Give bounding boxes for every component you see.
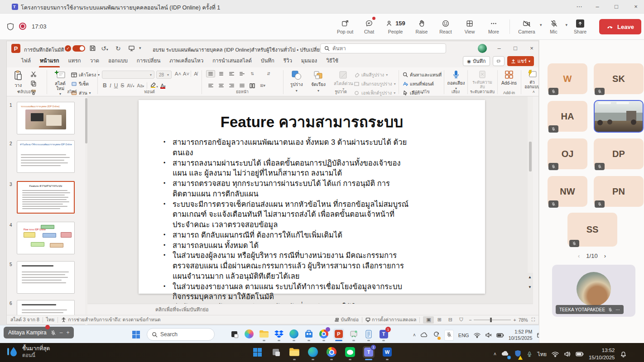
tab-review[interactable]: รีวิว <box>279 54 297 67</box>
featured-participant-tile[interactable]: TEEKA YOTAPAKDEE ⋯ <box>552 265 635 317</box>
volume-muted-icon[interactable] <box>485 332 492 338</box>
weather-widget[interactable]: ชื้นมากที่สุด ตอนนี้ <box>6 345 50 359</box>
underline-button[interactable]: U <box>114 82 118 89</box>
windows-start-icon[interactable] <box>132 331 140 338</box>
designer-button[interactable]: ตัวออกแบบ <box>523 70 541 90</box>
tab-slideshow[interactable]: การนำเสนอสไลด์ <box>208 54 256 67</box>
bullets-button[interactable] <box>206 70 215 77</box>
tray-chevron-icon[interactable]: ˄ <box>494 352 496 357</box>
ppt-minimize-icon[interactable]: – <box>491 45 507 52</box>
tray-clock[interactable]: 1:52 PM 10/15/2025 <box>509 329 533 341</box>
char-spacing-button[interactable]: AV▾ <box>127 83 134 88</box>
slide-number-indicator[interactable]: สไลด์ 3 จาก 8 <box>10 316 39 324</box>
window-maximize-icon[interactable]: □ <box>609 3 624 10</box>
windows-start-icon[interactable] <box>251 346 263 358</box>
chat-button[interactable]: Chat <box>357 15 381 38</box>
clear-formatting-button[interactable]: A̸ <box>192 71 199 76</box>
highlight-button[interactable]: ▾ <box>150 82 158 89</box>
popout-button[interactable]: Pop out <box>333 15 357 38</box>
align-left-button[interactable] <box>206 82 215 89</box>
wifi-icon[interactable] <box>474 333 481 338</box>
notes-bar[interactable]: คลิกเพื่อที่จะเพิ่มบันทึกย่อ <box>87 304 533 315</box>
line-spacing-button[interactable]: ⇅ <box>248 70 257 77</box>
store-icon[interactable] <box>303 329 314 339</box>
tray-mic-icon[interactable] <box>526 351 533 357</box>
record-presentation-button[interactable]: ◉ บันทึก <box>463 56 490 66</box>
slide-scrollbar[interactable] <box>528 96 533 273</box>
tray-mic-muted-icon[interactable] <box>444 330 454 341</box>
edge-icon[interactable] <box>307 346 319 358</box>
dropbox-icon[interactable] <box>274 329 284 339</box>
reading-view-button[interactable]: ⊟ <box>445 316 456 324</box>
edge-icon[interactable] <box>288 329 299 339</box>
ppt-share-button[interactable]: แชร์ ▾ <box>507 56 534 66</box>
presenter-overlay[interactable]: Atitaya Kampira – + <box>4 327 74 338</box>
replace-fonts-button[interactable]: แทนที่ฟอนต์ <box>403 80 442 87</box>
raise-hand-button[interactable]: Raise <box>410 15 433 38</box>
decrease-indent-button[interactable] <box>227 70 236 77</box>
snipping-tool-icon[interactable] <box>348 329 359 339</box>
change-case-button[interactable]: Aa▾ <box>137 83 144 88</box>
tray-clock[interactable]: 13:52 15/10/2025 <box>589 347 615 361</box>
task-view-icon[interactable] <box>270 346 282 358</box>
save-icon[interactable] <box>89 45 96 52</box>
featured-more-icon[interactable]: ⋯ <box>615 307 620 312</box>
tab-insert[interactable]: แทรก <box>63 54 85 67</box>
taskbar-search-box[interactable]: Search <box>147 328 215 341</box>
cut-icon[interactable] <box>30 71 37 77</box>
notes-toggle[interactable]: บันทึกย่อ <box>341 316 359 324</box>
copy-icon[interactable] <box>30 80 37 86</box>
battery-icon[interactable] <box>576 352 584 357</box>
camera-button[interactable]: Camera <box>514 15 539 38</box>
onedrive-icon[interactable]: i <box>501 350 509 358</box>
onedrive-icon[interactable] <box>420 332 428 338</box>
window-close-icon[interactable]: × <box>628 3 644 10</box>
align-center-button[interactable] <box>216 82 226 89</box>
mic-chevron-icon[interactable]: ▾ <box>566 23 568 27</box>
autosave-toggle[interactable]: ✓ <box>65 45 85 52</box>
shape-fill-button[interactable]: เติมสีรูปร่าง▾ <box>354 71 396 78</box>
redo-icon[interactable]: ↻ <box>115 45 121 52</box>
display-settings[interactable]: การตั้งค่าการแสดงผล <box>372 316 416 324</box>
tab-animations[interactable]: ภาพเคลื่อนไหว <box>165 54 208 67</box>
language-indicator[interactable]: ENG <box>458 333 469 338</box>
powerpoint-taskbar-icon[interactable]: P <box>333 329 344 339</box>
slide-thumbnail-3-selected[interactable]: Feature ความสามารถระบบ <box>17 181 75 214</box>
italic-button[interactable]: I <box>110 82 111 89</box>
file-explorer-icon[interactable] <box>288 346 300 358</box>
font-name-combobox[interactable]: ▾ <box>102 71 154 79</box>
ppt-restore-icon[interactable]: □ <box>508 45 523 52</box>
share-screen-button[interactable]: Share <box>568 15 592 38</box>
camera-chevron-icon[interactable]: ▾ <box>540 23 542 27</box>
sensitivity-button[interactable]: ระดับความลับ <box>471 70 494 90</box>
previous-slide-button[interactable]: ▲ <box>527 275 533 280</box>
overlay-minimize-icon[interactable]: – <box>60 329 63 336</box>
window-minimize-icon[interactable]: – <box>590 3 605 10</box>
ppt-close-icon[interactable]: × <box>524 45 539 52</box>
line-app-icon[interactable] <box>344 346 356 358</box>
more-button[interactable]: More <box>482 15 505 38</box>
qat-customize-icon[interactable]: ▾ <box>139 46 141 50</box>
layout-button[interactable]: เค้าโครง▾ <box>71 71 100 78</box>
slide-sorter-view-button[interactable]: ⊞ <box>434 316 445 324</box>
view-button[interactable]: View <box>458 15 481 38</box>
mic-button[interactable]: Mic <box>543 15 565 38</box>
people-button[interactable]: 159 People <box>381 15 409 38</box>
columns-button[interactable] <box>248 82 257 89</box>
shrink-font-button[interactable]: A˅ <box>183 71 190 76</box>
undo-icon[interactable]: ↺▾ <box>101 45 108 52</box>
normal-view-button[interactable]: ▣ <box>423 316 434 324</box>
language-indicator[interactable]: ไทย <box>538 350 547 358</box>
participant-video-tile[interactable] <box>594 100 644 133</box>
slide-thumbnail-2[interactable]: ทำไมต้องมาใช้ระบบแผนพัฒนารายบุคคล IDP On… <box>17 140 75 173</box>
zoom-out-button[interactable]: − <box>469 317 471 323</box>
page-previous-icon[interactable]: ‹ <box>578 252 580 259</box>
file-explorer-icon[interactable] <box>259 329 269 339</box>
tab-file[interactable]: ไฟล์ <box>17 54 35 67</box>
word-icon[interactable]: W <box>381 346 393 358</box>
convert-smartart-button[interactable]: ⊞▾ <box>258 82 267 89</box>
increase-indent-button[interactable] <box>237 70 246 77</box>
slide-thumbnail-5[interactable] <box>17 261 75 294</box>
tab-draw[interactable]: วาด <box>86 54 104 67</box>
dictate-button[interactable]: ถอดเสียง▾ <box>447 70 465 90</box>
